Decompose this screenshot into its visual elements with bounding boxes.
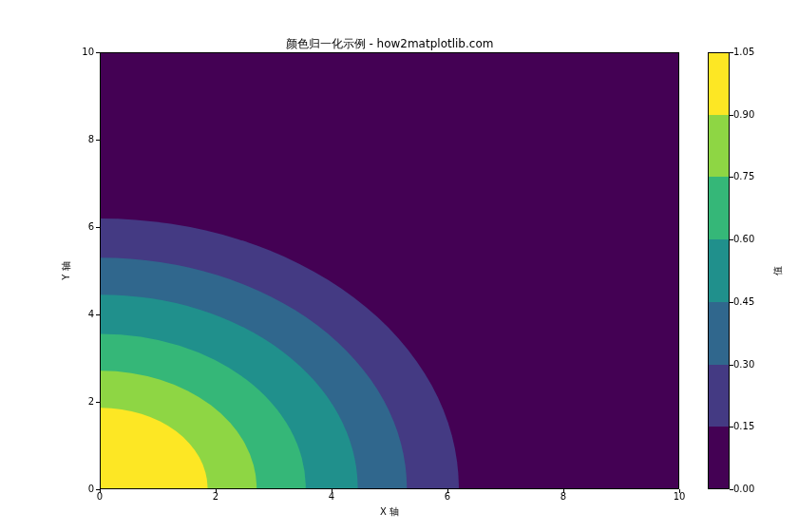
y-tick-mark (96, 314, 100, 315)
plot-title: 颜色归一化示例 - how2matplotlib.com (100, 36, 679, 52)
colorbar-tick-label: 1.05 (733, 47, 754, 57)
y-tick-mark (96, 489, 100, 490)
colorbar-segment (708, 365, 730, 428)
colorbar-segment (708, 177, 730, 239)
x-tick-label: 8 (544, 491, 582, 502)
y-tick-label: 10 (71, 47, 94, 57)
y-tick-mark (96, 52, 100, 53)
y-tick-label: 6 (71, 221, 94, 232)
colorbar-tick-label: 0.15 (733, 421, 754, 431)
contour-plot (101, 53, 678, 488)
colorbar-tick-label: 0.45 (733, 296, 754, 307)
y-tick-label: 0 (71, 484, 94, 494)
colorbar-tick-label: 0.60 (733, 234, 754, 244)
plot-area (100, 52, 679, 489)
y-tick-label: 8 (71, 134, 94, 144)
colorbar-segment (708, 239, 730, 302)
y-tick-label: 4 (71, 309, 94, 319)
colorbar-segment (708, 115, 730, 178)
colorbar-segment (708, 302, 730, 365)
colorbar-segment (708, 427, 730, 489)
colorbar-tick-label: 0.00 (733, 484, 754, 494)
colorbar-segment (708, 52, 730, 115)
y-tick-mark (96, 227, 100, 228)
colorbar-tick-label: 0.90 (733, 109, 754, 120)
x-tick-label: 2 (197, 491, 235, 502)
x-tick-label: 4 (313, 491, 351, 502)
x-tick-label: 10 (660, 491, 698, 502)
colorbar-tick-label: 0.30 (733, 359, 754, 370)
colorbar-label: 值 (771, 52, 785, 489)
y-tick-label: 2 (71, 396, 94, 407)
colorbar-tick-label: 0.75 (733, 171, 754, 181)
colorbar (708, 52, 730, 489)
y-axis-label: Y 轴 (60, 52, 73, 489)
x-axis-label: X 轴 (100, 505, 679, 519)
y-tick-mark (96, 140, 100, 141)
y-tick-mark (96, 402, 100, 403)
figure: 颜色归一化示例 - how2matplotlib.com X 轴 Y 轴 024… (0, 0, 798, 532)
x-tick-label: 6 (428, 491, 466, 502)
